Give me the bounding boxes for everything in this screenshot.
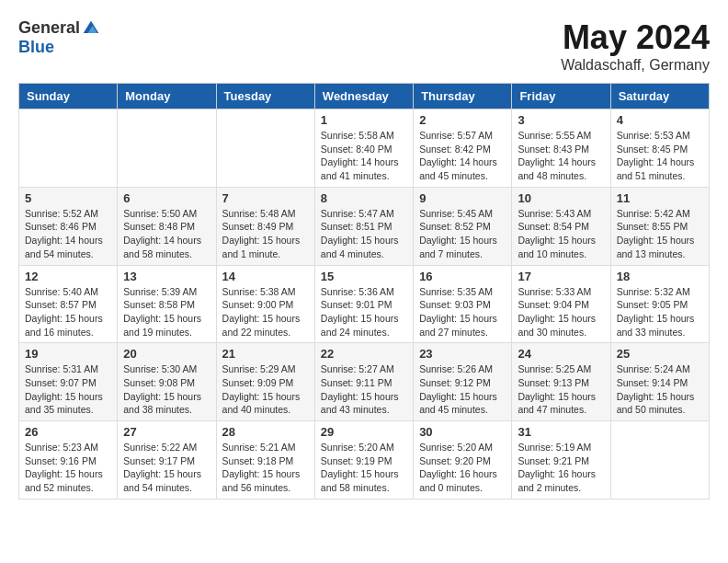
calendar-cell: 5Sunrise: 5:52 AM Sunset: 8:46 PM Daylig… [19,187,118,265]
day-number: 23 [419,347,506,361]
day-number: 24 [518,347,604,361]
weekday-header-friday: Friday [512,84,610,109]
calendar-cell: 18Sunrise: 5:32 AM Sunset: 9:05 PM Dayli… [610,265,709,343]
day-info: Sunrise: 5:24 AM Sunset: 9:14 PM Dayligh… [617,362,703,417]
day-number: 12 [25,270,111,283]
day-info: Sunrise: 5:27 AM Sunset: 9:11 PM Dayligh… [321,362,407,417]
calendar-cell: 27Sunrise: 5:22 AM Sunset: 9:17 PM Dayli… [118,421,216,500]
day-info: Sunrise: 5:43 AM Sunset: 8:54 PM Dayligh… [518,207,604,261]
day-number: 30 [419,425,506,439]
calendar-cell: 1Sunrise: 5:58 AM Sunset: 8:40 PM Daylig… [314,109,413,188]
calendar-cell: 17Sunrise: 5:33 AM Sunset: 9:04 PM Dayli… [512,265,610,343]
calendar-week-1: 1Sunrise: 5:58 AM Sunset: 8:40 PM Daylig… [19,109,710,188]
day-number: 6 [123,191,210,205]
calendar-cell: 30Sunrise: 5:20 AM Sunset: 9:20 PM Dayli… [414,421,512,500]
day-info: Sunrise: 5:50 AM Sunset: 8:48 PM Dayligh… [123,207,210,261]
calendar-cell: 16Sunrise: 5:35 AM Sunset: 9:03 PM Dayli… [414,265,512,343]
day-number: 4 [617,113,703,127]
day-info: Sunrise: 5:20 AM Sunset: 9:20 PM Dayligh… [419,441,506,495]
day-number: 7 [222,191,309,205]
calendar-cell: 12Sunrise: 5:40 AM Sunset: 8:57 PM Dayli… [19,265,118,343]
weekday-header-sunday: Sunday [19,84,118,109]
calendar-cell: 26Sunrise: 5:23 AM Sunset: 9:16 PM Dayli… [19,421,118,500]
weekday-header-row: SundayMondayTuesdayWednesdayThursdayFrid… [19,84,710,109]
day-info: Sunrise: 5:45 AM Sunset: 8:52 PM Dayligh… [419,207,506,261]
day-info: Sunrise: 5:31 AM Sunset: 9:07 PM Dayligh… [25,362,111,417]
calendar-cell: 2Sunrise: 5:57 AM Sunset: 8:42 PM Daylig… [414,109,512,188]
calendar-cell: 20Sunrise: 5:30 AM Sunset: 9:08 PM Dayli… [118,343,216,421]
day-number: 21 [222,347,309,361]
weekday-header-thursday: Thursday [414,84,512,109]
calendar-week-2: 5Sunrise: 5:52 AM Sunset: 8:46 PM Daylig… [19,187,710,265]
day-number: 10 [518,191,604,205]
calendar-cell [610,421,709,500]
day-info: Sunrise: 5:40 AM Sunset: 8:57 PM Dayligh… [25,285,111,339]
day-number: 8 [321,191,407,205]
day-info: Sunrise: 5:29 AM Sunset: 9:09 PM Dayligh… [222,362,309,417]
calendar-cell: 3Sunrise: 5:55 AM Sunset: 8:43 PM Daylig… [512,109,610,188]
calendar-cell: 14Sunrise: 5:38 AM Sunset: 9:00 PM Dayli… [216,265,314,343]
day-number: 17 [518,270,604,283]
day-info: Sunrise: 5:36 AM Sunset: 9:01 PM Dayligh… [321,285,407,339]
day-info: Sunrise: 5:53 AM Sunset: 8:45 PM Dayligh… [617,129,703,183]
calendar-cell: 15Sunrise: 5:36 AM Sunset: 9:01 PM Dayli… [314,265,413,343]
calendar-cell: 23Sunrise: 5:26 AM Sunset: 9:12 PM Dayli… [414,343,512,421]
day-info: Sunrise: 5:42 AM Sunset: 8:55 PM Dayligh… [617,207,703,261]
day-info: Sunrise: 5:20 AM Sunset: 9:19 PM Dayligh… [321,441,407,495]
day-info: Sunrise: 5:22 AM Sunset: 9:17 PM Dayligh… [123,441,210,495]
day-number: 29 [321,425,407,439]
day-info: Sunrise: 5:23 AM Sunset: 9:16 PM Dayligh… [25,441,111,495]
day-info: Sunrise: 5:25 AM Sunset: 9:13 PM Dayligh… [518,362,604,417]
day-info: Sunrise: 5:57 AM Sunset: 8:42 PM Dayligh… [419,129,506,183]
day-number: 26 [25,425,111,439]
day-info: Sunrise: 5:48 AM Sunset: 8:49 PM Dayligh… [222,207,309,261]
logo-icon [82,19,100,38]
day-info: Sunrise: 5:55 AM Sunset: 8:43 PM Dayligh… [518,129,604,183]
logo-blue-text: Blue [18,38,54,57]
calendar-cell: 10Sunrise: 5:43 AM Sunset: 8:54 PM Dayli… [512,187,610,265]
day-info: Sunrise: 5:35 AM Sunset: 9:03 PM Dayligh… [419,285,506,339]
calendar-cell: 21Sunrise: 5:29 AM Sunset: 9:09 PM Dayli… [216,343,314,421]
day-number: 15 [321,270,407,283]
logo: General Blue [18,18,100,57]
calendar-cell: 7Sunrise: 5:48 AM Sunset: 8:49 PM Daylig… [216,187,314,265]
calendar-cell: 25Sunrise: 5:24 AM Sunset: 9:14 PM Dayli… [610,343,709,421]
day-number: 14 [222,270,309,283]
day-number: 25 [617,347,703,361]
day-number: 27 [123,425,210,439]
logo-general-text: General [18,18,80,38]
day-number: 16 [419,270,506,283]
calendar-cell: 31Sunrise: 5:19 AM Sunset: 9:21 PM Dayli… [512,421,610,500]
calendar-cell [118,109,216,188]
calendar-week-4: 19Sunrise: 5:31 AM Sunset: 9:07 PM Dayli… [19,343,710,421]
weekday-header-saturday: Saturday [610,84,709,109]
weekday-header-wednesday: Wednesday [314,84,413,109]
day-info: Sunrise: 5:39 AM Sunset: 8:58 PM Dayligh… [123,285,210,339]
day-number: 22 [321,347,407,361]
calendar-table: SundayMondayTuesdayWednesdayThursdayFrid… [18,83,710,500]
day-info: Sunrise: 5:19 AM Sunset: 9:21 PM Dayligh… [518,441,604,495]
calendar-week-3: 12Sunrise: 5:40 AM Sunset: 8:57 PM Dayli… [19,265,710,343]
calendar-cell: 9Sunrise: 5:45 AM Sunset: 8:52 PM Daylig… [414,187,512,265]
weekday-header-tuesday: Tuesday [216,84,314,109]
day-info: Sunrise: 5:30 AM Sunset: 9:08 PM Dayligh… [123,362,210,417]
calendar-week-5: 26Sunrise: 5:23 AM Sunset: 9:16 PM Dayli… [19,421,710,500]
calendar-cell: 29Sunrise: 5:20 AM Sunset: 9:19 PM Dayli… [314,421,413,500]
day-number: 13 [123,270,210,283]
title-block: May 2024 Waldaschaff, Germany [561,18,710,74]
day-info: Sunrise: 5:52 AM Sunset: 8:46 PM Dayligh… [25,207,111,261]
month-year-title: May 2024 [561,18,710,57]
day-number: 5 [25,191,111,205]
day-number: 2 [419,113,506,127]
day-number: 9 [419,191,506,205]
calendar-cell: 6Sunrise: 5:50 AM Sunset: 8:48 PM Daylig… [118,187,216,265]
day-info: Sunrise: 5:26 AM Sunset: 9:12 PM Dayligh… [419,362,506,417]
day-number: 28 [222,425,309,439]
calendar-cell [19,109,118,188]
calendar-cell: 24Sunrise: 5:25 AM Sunset: 9:13 PM Dayli… [512,343,610,421]
calendar-cell: 4Sunrise: 5:53 AM Sunset: 8:45 PM Daylig… [610,109,709,188]
calendar-cell [216,109,314,188]
calendar-cell: 11Sunrise: 5:42 AM Sunset: 8:55 PM Dayli… [610,187,709,265]
day-number: 3 [518,113,604,127]
day-info: Sunrise: 5:32 AM Sunset: 9:05 PM Dayligh… [617,285,703,339]
